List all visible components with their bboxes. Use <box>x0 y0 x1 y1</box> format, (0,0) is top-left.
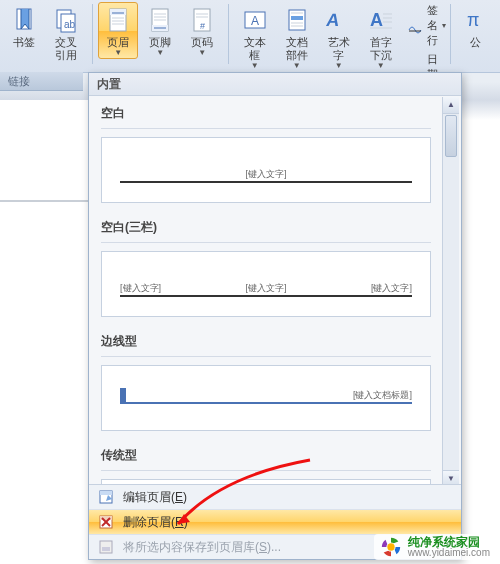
chevron-down-icon: ▾ <box>442 21 446 30</box>
svg-rect-5 <box>110 9 126 15</box>
app-canvas: 书签 ab 交叉 引用 页眉 ▼ <box>0 0 500 564</box>
chevron-down-icon: ▼ <box>377 62 385 70</box>
cross-reference-button[interactable]: ab 交叉 引用 <box>46 2 86 64</box>
ribbon: 书签 ab 交叉 引用 页眉 ▼ <box>0 0 500 73</box>
svg-rect-23 <box>291 16 303 20</box>
scroll-up-button[interactable]: ▲ <box>443 97 459 114</box>
svg-text:A: A <box>251 14 259 28</box>
bookmark-button[interactable]: 书签 <box>4 2 44 64</box>
save-to-gallery-icon <box>97 538 115 556</box>
panel-section-builtin: 内置 <box>89 73 461 96</box>
cross-reference-icon: ab <box>50 4 82 36</box>
gallery-item-title: 空白 <box>101 101 431 129</box>
svg-text:A: A <box>370 10 383 30</box>
equation-icon: π <box>460 4 492 36</box>
quick-parts-icon <box>281 4 313 36</box>
scroll-thumb[interactable] <box>445 115 457 157</box>
header-dropdown-panel: 内置 空白 [键入文字] 空白(三栏) [键入文字] [键入文字] [键入文字] <box>88 72 462 560</box>
chevron-down-icon: ▼ <box>198 49 206 57</box>
svg-text:#: # <box>200 21 205 31</box>
remove-header-action[interactable]: 删除页眉(R) <box>89 509 461 534</box>
gallery-item-blank[interactable]: 空白 [键入文字] <box>91 97 441 211</box>
signature-icon <box>407 18 423 34</box>
header-icon <box>102 4 134 36</box>
document-area <box>0 100 90 202</box>
group-label-links: 链接 <box>0 72 83 91</box>
gallery-item-title: 传统型 <box>101 443 431 471</box>
truncated-button[interactable]: π 公 <box>456 2 496 51</box>
chevron-down-icon: ▼ <box>251 62 259 70</box>
gallery-item-blank-three-columns[interactable]: 空白(三栏) [键入文字] [键入文字] [键入文字] <box>91 211 441 325</box>
page-number-button[interactable]: # 页码 ▼ <box>182 2 222 59</box>
gallery-item-traditional[interactable]: 传统型 [键入文档标题] [选取日期] <box>91 439 441 487</box>
svg-point-48 <box>387 543 394 550</box>
chevron-down-icon: ▼ <box>156 49 164 57</box>
wordart-button[interactable]: A 艺术字 ▼ <box>319 2 359 72</box>
bookmark-label: 书签 <box>13 36 35 49</box>
signature-line-label: 签名行 <box>427 3 438 48</box>
quick-parts-label: 文档部件 <box>281 36 313 62</box>
chevron-down-icon: ▼ <box>293 62 301 70</box>
gallery-scrollbar[interactable]: ▲ ▼ <box>442 97 459 487</box>
header-button[interactable]: 页眉 ▼ <box>98 2 138 59</box>
footer-icon <box>144 4 176 36</box>
group-header-footer: 页眉 ▼ 页脚 ▼ # 页码 ▼ <box>94 0 226 72</box>
group-links: 书签 ab 交叉 引用 <box>0 0 90 72</box>
textbox-label: 文本框 <box>239 36 271 62</box>
watermark: 纯净系统家园 www.yidaimei.com <box>374 534 496 560</box>
gallery-preview: [键入文字] <box>101 137 431 203</box>
save-to-gallery-label: 将所选内容保存到页眉库(S)... <box>123 539 281 556</box>
drop-cap-label: 首字下沉 <box>365 36 397 62</box>
drop-cap-icon: A <box>365 4 397 36</box>
footer-button[interactable]: 页脚 ▼ <box>140 2 180 59</box>
mini-list: 签名行 ▾ 5 日期和时间 对象 ▾ <box>405 0 448 72</box>
svg-rect-41 <box>100 491 112 495</box>
edit-header-icon <box>97 488 115 506</box>
signature-line-button[interactable]: 签名行 ▾ <box>405 2 448 49</box>
wordart-icon: A <box>323 4 355 36</box>
watermark-url: www.yidaimei.com <box>408 548 490 558</box>
gallery-item-title: 空白(三栏) <box>101 215 431 243</box>
cross-reference-label: 交叉 引用 <box>55 36 77 62</box>
edit-header-label: 编辑页眉(E) <box>123 489 187 506</box>
svg-rect-47 <box>102 547 110 551</box>
edit-header-action[interactable]: 编辑页眉(E) <box>89 485 461 509</box>
gallery-item-sideline[interactable]: 边线型 [键入文档标题] <box>91 325 441 439</box>
textbox-icon: A <box>239 4 271 36</box>
gallery-item-title: 边线型 <box>101 329 431 357</box>
page-number-icon: # <box>186 4 218 36</box>
remove-header-label: 删除页眉(R) <box>123 514 188 531</box>
svg-text:ab: ab <box>64 19 76 30</box>
drop-cap-button[interactable]: A 首字下沉 ▼ <box>361 2 401 72</box>
svg-text:A: A <box>325 10 341 30</box>
header-gallery: 空白 [键入文字] 空白(三栏) [键入文字] [键入文字] [键入文字] 边线… <box>91 97 441 487</box>
svg-text:π: π <box>467 10 479 30</box>
bookmark-icon <box>8 4 40 36</box>
textbox-button[interactable]: A 文本框 ▼ <box>235 2 275 72</box>
watermark-logo-icon <box>380 536 402 558</box>
chevron-down-icon: ▼ <box>335 62 343 70</box>
group-truncated: π 公 <box>452 0 500 72</box>
wordart-label: 艺术字 <box>323 36 355 62</box>
remove-header-icon <box>97 513 115 531</box>
gallery-preview: [键入文档标题] <box>101 365 431 431</box>
svg-rect-43 <box>100 516 112 520</box>
gallery-preview: [键入文字] [键入文字] [键入文字] <box>101 251 431 317</box>
quick-parts-button[interactable]: 文档部件 ▼ <box>277 2 317 72</box>
group-text: A 文本框 ▼ 文档部件 ▼ A 艺术字 ▼ <box>231 0 405 72</box>
chevron-down-icon: ▼ <box>114 49 122 57</box>
